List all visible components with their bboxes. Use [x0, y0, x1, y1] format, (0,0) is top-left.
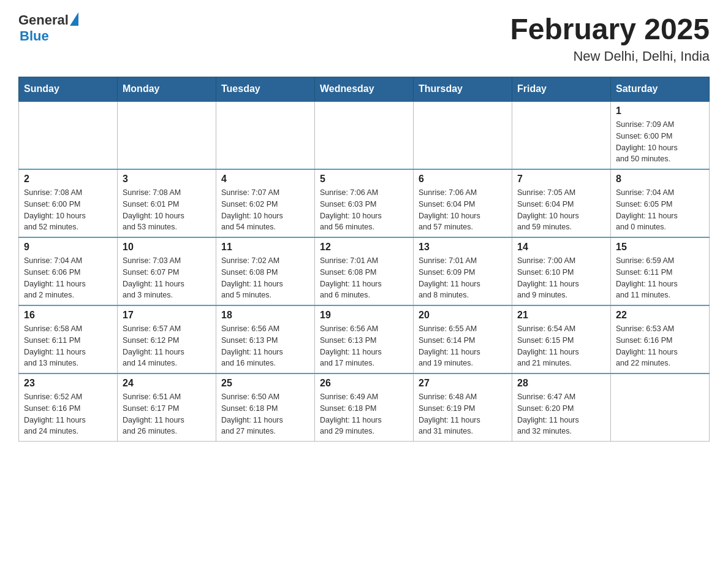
day-info: Sunrise: 6:59 AM Sunset: 6:11 PM Dayligh…	[616, 255, 704, 301]
day-info: Sunrise: 7:06 AM Sunset: 6:04 PM Dayligh…	[419, 187, 507, 233]
calendar-cell	[611, 373, 710, 442]
calendar-table: SundayMondayTuesdayWednesdayThursdayFrid…	[18, 77, 710, 442]
calendar-week-row: 1Sunrise: 7:09 AM Sunset: 6:00 PM Daylig…	[19, 101, 710, 169]
calendar-cell: 1Sunrise: 7:09 AM Sunset: 6:00 PM Daylig…	[611, 101, 710, 169]
calendar-cell: 15Sunrise: 6:59 AM Sunset: 6:11 PM Dayli…	[611, 237, 710, 305]
calendar-cell: 12Sunrise: 7:01 AM Sunset: 6:08 PM Dayli…	[315, 237, 414, 305]
day-info: Sunrise: 7:08 AM Sunset: 6:00 PM Dayligh…	[24, 187, 112, 233]
day-number: 15	[616, 242, 704, 253]
calendar-cell: 22Sunrise: 6:53 AM Sunset: 6:16 PM Dayli…	[611, 305, 710, 373]
calendar-cell: 24Sunrise: 6:51 AM Sunset: 6:17 PM Dayli…	[118, 373, 216, 442]
day-number: 21	[517, 310, 605, 321]
day-info: Sunrise: 7:09 AM Sunset: 6:00 PM Dayligh…	[616, 119, 704, 165]
day-number: 1	[616, 105, 704, 117]
calendar-cell: 10Sunrise: 7:03 AM Sunset: 6:07 PM Dayli…	[118, 237, 216, 305]
calendar-cell: 28Sunrise: 6:47 AM Sunset: 6:20 PM Dayli…	[512, 373, 611, 442]
logo: General Blue	[18, 12, 78, 44]
day-number: 13	[419, 242, 507, 253]
day-info: Sunrise: 7:00 AM Sunset: 6:10 PM Dayligh…	[517, 255, 605, 301]
calendar-cell: 9Sunrise: 7:04 AM Sunset: 6:06 PM Daylig…	[19, 237, 118, 305]
day-info: Sunrise: 6:56 AM Sunset: 6:13 PM Dayligh…	[320, 323, 408, 369]
day-info: Sunrise: 6:51 AM Sunset: 6:17 PM Dayligh…	[123, 391, 211, 437]
day-info: Sunrise: 6:54 AM Sunset: 6:15 PM Dayligh…	[517, 323, 605, 369]
day-info: Sunrise: 6:50 AM Sunset: 6:18 PM Dayligh…	[221, 391, 309, 437]
calendar-cell: 25Sunrise: 6:50 AM Sunset: 6:18 PM Dayli…	[216, 373, 315, 442]
day-number: 11	[221, 242, 309, 253]
day-number: 16	[24, 310, 112, 321]
day-info: Sunrise: 7:06 AM Sunset: 6:03 PM Dayligh…	[320, 187, 408, 233]
calendar-cell: 2Sunrise: 7:08 AM Sunset: 6:00 PM Daylig…	[19, 169, 118, 237]
month-title: February 2025	[510, 12, 710, 46]
calendar-cell: 7Sunrise: 7:05 AM Sunset: 6:04 PM Daylig…	[512, 169, 611, 237]
title-area: February 2025 New Delhi, Delhi, India	[510, 12, 710, 64]
day-info: Sunrise: 7:04 AM Sunset: 6:05 PM Dayligh…	[616, 187, 704, 233]
calendar-cell	[414, 101, 512, 169]
day-number: 4	[221, 174, 309, 185]
day-number: 3	[123, 174, 211, 185]
day-number: 22	[616, 310, 704, 321]
calendar-cell: 16Sunrise: 6:58 AM Sunset: 6:11 PM Dayli…	[19, 305, 118, 373]
day-header-saturday: Saturday	[611, 77, 710, 102]
day-number: 7	[517, 174, 605, 185]
calendar-cell: 21Sunrise: 6:54 AM Sunset: 6:15 PM Dayli…	[512, 305, 611, 373]
day-info: Sunrise: 6:48 AM Sunset: 6:19 PM Dayligh…	[419, 391, 507, 437]
page-header: General Blue February 2025 New Delhi, De…	[18, 12, 710, 64]
location: New Delhi, Delhi, India	[510, 48, 710, 64]
day-info: Sunrise: 7:03 AM Sunset: 6:07 PM Dayligh…	[123, 255, 211, 301]
day-info: Sunrise: 7:05 AM Sunset: 6:04 PM Dayligh…	[517, 187, 605, 233]
calendar-cell: 6Sunrise: 7:06 AM Sunset: 6:04 PM Daylig…	[414, 169, 512, 237]
calendar-cell: 20Sunrise: 6:55 AM Sunset: 6:14 PM Dayli…	[414, 305, 512, 373]
calendar-cell: 14Sunrise: 7:00 AM Sunset: 6:10 PM Dayli…	[512, 237, 611, 305]
day-info: Sunrise: 6:52 AM Sunset: 6:16 PM Dayligh…	[24, 391, 112, 437]
logo-text-general: General	[18, 12, 69, 28]
calendar-week-row: 16Sunrise: 6:58 AM Sunset: 6:11 PM Dayli…	[19, 305, 710, 373]
calendar-cell	[315, 101, 414, 169]
day-info: Sunrise: 7:02 AM Sunset: 6:08 PM Dayligh…	[221, 255, 309, 301]
day-info: Sunrise: 7:04 AM Sunset: 6:06 PM Dayligh…	[24, 255, 112, 301]
day-number: 28	[517, 378, 605, 389]
day-number: 8	[616, 174, 704, 185]
calendar-cell: 11Sunrise: 7:02 AM Sunset: 6:08 PM Dayli…	[216, 237, 315, 305]
day-number: 26	[320, 378, 408, 389]
calendar-week-row: 2Sunrise: 7:08 AM Sunset: 6:00 PM Daylig…	[19, 169, 710, 237]
day-header-sunday: Sunday	[19, 77, 118, 102]
calendar-cell	[19, 101, 118, 169]
day-number: 23	[24, 378, 112, 389]
calendar-cell: 26Sunrise: 6:49 AM Sunset: 6:18 PM Dayli…	[315, 373, 414, 442]
day-info: Sunrise: 6:57 AM Sunset: 6:12 PM Dayligh…	[123, 323, 211, 369]
calendar-cell	[512, 101, 611, 169]
day-header-thursday: Thursday	[414, 77, 512, 102]
day-info: Sunrise: 7:08 AM Sunset: 6:01 PM Dayligh…	[123, 187, 211, 233]
calendar-cell: 19Sunrise: 6:56 AM Sunset: 6:13 PM Dayli…	[315, 305, 414, 373]
day-number: 6	[419, 174, 507, 185]
day-info: Sunrise: 6:49 AM Sunset: 6:18 PM Dayligh…	[320, 391, 408, 437]
logo-triangle-icon	[70, 12, 78, 26]
day-info: Sunrise: 6:58 AM Sunset: 6:11 PM Dayligh…	[24, 323, 112, 369]
day-info: Sunrise: 7:01 AM Sunset: 6:08 PM Dayligh…	[320, 255, 408, 301]
day-number: 10	[123, 242, 211, 253]
day-header-monday: Monday	[118, 77, 216, 102]
day-info: Sunrise: 6:55 AM Sunset: 6:14 PM Dayligh…	[419, 323, 507, 369]
calendar-cell: 4Sunrise: 7:07 AM Sunset: 6:02 PM Daylig…	[216, 169, 315, 237]
day-number: 18	[221, 310, 309, 321]
day-number: 2	[24, 174, 112, 185]
day-number: 12	[320, 242, 408, 253]
day-info: Sunrise: 6:47 AM Sunset: 6:20 PM Dayligh…	[517, 391, 605, 437]
calendar-week-row: 23Sunrise: 6:52 AM Sunset: 6:16 PM Dayli…	[19, 373, 710, 442]
calendar-cell	[118, 101, 216, 169]
calendar-cell: 27Sunrise: 6:48 AM Sunset: 6:19 PM Dayli…	[414, 373, 512, 442]
calendar-cell: 13Sunrise: 7:01 AM Sunset: 6:09 PM Dayli…	[414, 237, 512, 305]
day-info: Sunrise: 7:01 AM Sunset: 6:09 PM Dayligh…	[419, 255, 507, 301]
day-number: 19	[320, 310, 408, 321]
calendar-cell	[216, 101, 315, 169]
day-header-friday: Friday	[512, 77, 611, 102]
calendar-cell: 8Sunrise: 7:04 AM Sunset: 6:05 PM Daylig…	[611, 169, 710, 237]
day-header-tuesday: Tuesday	[216, 77, 315, 102]
day-info: Sunrise: 7:07 AM Sunset: 6:02 PM Dayligh…	[221, 187, 309, 233]
day-header-wednesday: Wednesday	[315, 77, 414, 102]
calendar-cell: 17Sunrise: 6:57 AM Sunset: 6:12 PM Dayli…	[118, 305, 216, 373]
day-number: 14	[517, 242, 605, 253]
day-info: Sunrise: 6:53 AM Sunset: 6:16 PM Dayligh…	[616, 323, 704, 369]
day-number: 25	[221, 378, 309, 389]
calendar-cell: 3Sunrise: 7:08 AM Sunset: 6:01 PM Daylig…	[118, 169, 216, 237]
